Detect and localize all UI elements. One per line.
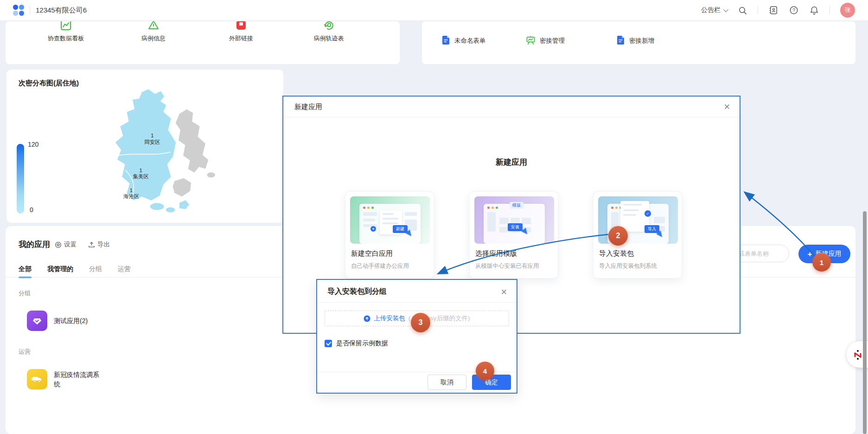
app-list-item[interactable]: 测试应用(2): [27, 311, 102, 331]
quick-form-label: 未命名表单: [454, 37, 486, 45]
contacts-icon[interactable]: [768, 5, 779, 15]
legend-min-value: 0: [30, 206, 33, 214]
svg-text:?: ?: [792, 8, 795, 13]
step-badge-1: 1: [812, 253, 831, 272]
plus-icon: +: [808, 250, 812, 258]
create-chip: 新建: [393, 225, 408, 233]
region-name: 集美区: [133, 174, 149, 179]
map-island-gray: [172, 178, 191, 197]
app-name: 新冠疫情流调系统: [54, 370, 102, 389]
quick-app-label: 协查数据看板: [35, 34, 96, 43]
group-section-label: 分组: [19, 289, 31, 298]
region-name: 同安区: [144, 139, 160, 145]
quick-app-item[interactable]: 协查数据看板: [35, 21, 96, 43]
export-button[interactable]: 导出: [88, 240, 110, 249]
divider: [830, 6, 830, 14]
quick-apps-card-left: 协查数据看板 病例信息 外部链接 病例轨迹表: [6, 21, 400, 64]
keep-sample-data-checkbox[interactable]: [325, 340, 332, 347]
quick-form-label: 密接新增: [629, 37, 654, 45]
bell-icon[interactable]: [809, 5, 819, 15]
scrollbar[interactable]: [863, 211, 867, 434]
step-badge-3: 3: [411, 313, 430, 332]
truck-app-icon: [27, 369, 47, 389]
quick-form-item[interactable]: 密接新增: [616, 35, 654, 46]
app-list-item[interactable]: 新冠疫情流调系统: [27, 369, 102, 389]
announcement-dropdown[interactable]: 公告栏: [701, 6, 727, 14]
divider: [30, 6, 30, 14]
upload-icon: [364, 315, 370, 322]
spark-icon: ✦: [370, 226, 376, 232]
close-icon[interactable]: ✕: [501, 287, 507, 297]
quick-form-label: 密接管理: [540, 37, 565, 45]
cancel-button[interactable]: 取消: [428, 375, 466, 390]
blank-app-illustration: ✦ 新建: [350, 196, 430, 244]
settings-label: 设置: [64, 240, 77, 249]
install-chip: 安装: [508, 223, 523, 231]
my-apps-title: 我的应用: [19, 239, 50, 250]
choropleth-map[interactable]: 1 同安区 1 集美区 1 海沧区: [85, 87, 238, 220]
region-value: 1: [151, 133, 153, 138]
case-info-icon: [123, 21, 184, 32]
gem-app-icon: [27, 311, 47, 331]
network-n-icon: [852, 349, 863, 360]
step-badge-2: 2: [608, 226, 628, 246]
card-title: 导入安装包: [599, 249, 634, 258]
checkbox-label: 是否保留示例数据: [336, 339, 388, 348]
map-legend-gradient: [17, 144, 24, 214]
external-link-icon: [211, 21, 272, 32]
modal-heading: 新建应用: [283, 157, 740, 168]
search-icon[interactable]: [737, 5, 747, 15]
form-icon: [441, 35, 450, 46]
app-root: 12345有限公司6 公告栏 ? 张: [0, 0, 868, 434]
gear-icon: [55, 241, 62, 248]
map-card: 次密分布图(居住地) 120 0 1 同安区 1 集美区 1 海沧区: [6, 70, 283, 223]
map-region-gray: [175, 109, 209, 173]
card-desc: 从模版中心安装已有应用: [475, 262, 539, 270]
card-desc: 自己动手搭建办公应用: [351, 262, 409, 270]
ops-section-label: 运营: [19, 348, 31, 356]
trajectory-icon: [298, 21, 359, 32]
card-title: 新建空白应用: [351, 249, 393, 258]
modal-title: 导入安装包到分组: [327, 287, 387, 297]
choose-template-card[interactable]: 模版 安装 选择应用模版 从模版中心安装已有应用: [469, 191, 558, 279]
top-bar: 12345有限公司6 公告栏 ? 张: [0, 0, 868, 20]
board-icon: [526, 35, 536, 46]
create-blank-app-card[interactable]: ✦ 新建 新建空白应用 自己动手搭建办公应用: [345, 191, 434, 279]
tab-operations[interactable]: 运营: [118, 265, 131, 278]
tab-managed-by-me[interactable]: 我管理的: [47, 265, 73, 278]
check-icon: ✓: [645, 210, 651, 217]
settings-button[interactable]: 设置: [55, 240, 77, 249]
brand-logo-icon[interactable]: [13, 5, 24, 16]
quick-app-item[interactable]: 病例轨迹表: [298, 21, 359, 43]
quick-app-item[interactable]: 病例信息: [123, 21, 184, 43]
quick-app-label: 外部链接: [211, 34, 272, 43]
region-value: 1: [130, 188, 133, 193]
help-icon[interactable]: ?: [789, 5, 799, 15]
tab-group[interactable]: 分组: [89, 265, 102, 278]
chevron-down-icon: [723, 7, 728, 12]
step-badge-4: 4: [476, 362, 494, 380]
avatar[interactable]: 张: [840, 3, 855, 18]
divider: [283, 117, 740, 117]
quick-app-item[interactable]: 外部链接: [211, 21, 272, 43]
template-tag-chip: 模版: [510, 202, 523, 209]
tab-all[interactable]: 全部: [19, 265, 32, 278]
import-package-card[interactable]: ✓ 导入 导入安装包 导入应用安装包到系统: [593, 191, 682, 279]
announcement-label: 公告栏: [701, 6, 721, 14]
map-card-title: 次密分布图(居住地): [19, 79, 79, 88]
export-icon: [88, 241, 95, 248]
dashboard-chart-icon: [35, 21, 96, 32]
card-title: 选择应用模版: [475, 249, 517, 258]
quick-apps-card-right: 未命名表单 密接管理 密接新增: [422, 21, 855, 64]
divider: [317, 302, 517, 303]
close-icon[interactable]: ✕: [724, 102, 730, 112]
quick-form-item[interactable]: 未命名表单: [441, 35, 486, 46]
quick-app-label: 病例信息: [123, 34, 184, 43]
map-region-blue: [115, 89, 176, 201]
tab-bar: 全部 我管理的 分组 运营: [19, 265, 131, 278]
quick-form-item[interactable]: 密接管理: [526, 35, 565, 46]
upload-label: 上传安装包: [374, 314, 405, 323]
app-name: 测试应用(2): [54, 316, 102, 325]
divider: [758, 6, 758, 14]
form-icon: [616, 35, 625, 46]
